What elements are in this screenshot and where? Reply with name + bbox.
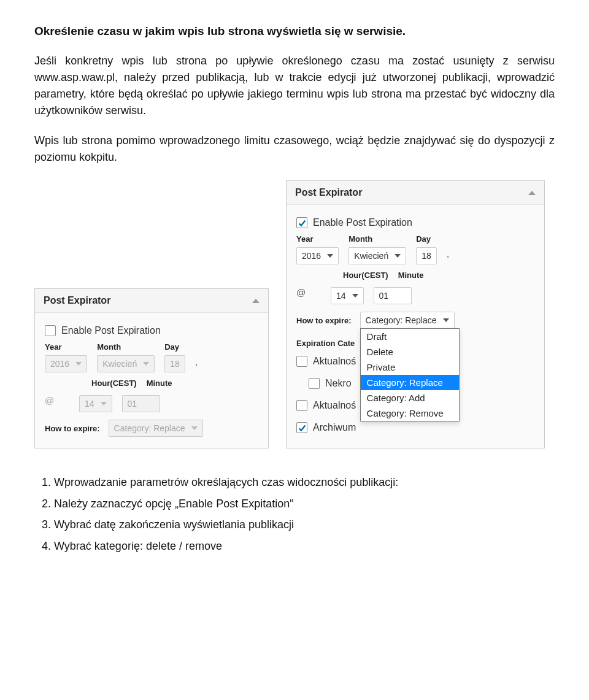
intro-paragraph-1: Jeśli konkretny wpis lub strona po upływ… [34,53,555,119]
enable-post-expiration-checkbox[interactable]: Enable Post Expiration [296,217,534,228]
minute-input[interactable]: 01 [122,395,160,412]
enable-post-expiration-checkbox[interactable]: Enable Post Expiration [45,325,258,336]
how-to-expire-label: How to expire: [296,316,352,325]
year-label: Year [45,342,87,352]
checkbox-icon [296,400,307,411]
expiration-categories-label: Expiration Cate [296,339,355,348]
expire-option-category-add[interactable]: Category: Add [361,390,459,406]
year-select[interactable]: 2016 [45,355,87,372]
minute-label: Minute [398,271,424,280]
year-select[interactable]: 2016 [296,247,339,264]
at-symbol: @ [296,287,321,304]
panel-title: Post Expirator [44,295,110,306]
step-item: Wprowadzanie parametrów określających cz… [54,473,555,492]
expire-option-category-remove[interactable]: Category: Remove [361,406,459,421]
hour-label: Hour(CEST) [91,379,137,388]
month-select[interactable]: Kwiecień [348,247,406,264]
step-item: Wybrać kategorię: delete / remove [54,537,555,556]
year-label: Year [296,234,339,244]
expire-option-draft[interactable]: Draft [361,329,459,344]
minute-input[interactable]: 01 [374,287,412,304]
enable-label: Enable Post Expiration [61,325,161,336]
hour-select[interactable]: 14 [79,395,112,412]
day-input[interactable]: 18 [164,355,185,372]
month-label: Month [348,234,406,244]
at-symbol: @ [45,395,69,412]
checkbox-icon [45,325,56,336]
category-checkbox[interactable]: Archiwum [296,422,534,433]
expire-option-delete[interactable]: Delete [361,344,459,360]
steps-list: Wprowadzanie parametrów określających cz… [34,473,555,555]
step-item: Należy zaznaczyć opcję „Enable Post Expi… [54,494,555,513]
minute-label: Minute [147,379,172,388]
enable-label: Enable Post Expiration [313,217,412,228]
category-label: Nekro [325,378,352,389]
collapse-icon[interactable] [252,299,260,303]
month-select[interactable]: Kwiecień [97,355,155,372]
checkbox-icon [296,422,307,433]
month-label: Month [97,342,155,352]
collapse-icon[interactable] [528,191,536,195]
checkbox-icon [296,217,307,228]
expire-option-category-replace[interactable]: Category: Replace [361,375,459,390]
how-to-expire-select[interactable]: Category: Replace [109,420,203,437]
expire-option-private[interactable]: Private [361,360,459,375]
hour-label: Hour(CEST) [343,271,388,280]
page-title: Określenie czasu w jakim wpis lub strona… [34,25,555,38]
checkbox-icon [309,378,320,389]
how-to-expire-select[interactable]: Category: Replace [360,312,455,329]
comma: , [447,248,449,264]
category-label: Aktualnoś [313,356,356,367]
category-label: Archiwum [313,422,356,433]
post-expirator-panel-disabled: Post Expirator Enable Post Expiration Ye… [34,288,269,448]
checkbox-icon [296,356,307,367]
how-to-expire-dropdown: Draft Delete Private Category: Replace C… [360,328,460,421]
category-label: Aktualnoś [313,400,356,411]
intro-paragraph-2: Wpis lub strona pomimo wprowadzonego lim… [34,133,555,166]
comma: , [195,356,198,372]
panel-title: Post Expirator [295,187,362,198]
step-item: Wybrać datę zakończenia wyświetlania pub… [54,515,555,534]
day-input[interactable]: 18 [416,247,437,264]
post-expirator-panel-enabled: Post Expirator Enable Post Expiration Ye… [286,180,545,448]
day-label: Day [164,342,185,352]
how-to-expire-label: How to expire: [45,424,100,433]
day-label: Day [416,234,437,244]
hour-select[interactable]: 14 [331,287,364,304]
